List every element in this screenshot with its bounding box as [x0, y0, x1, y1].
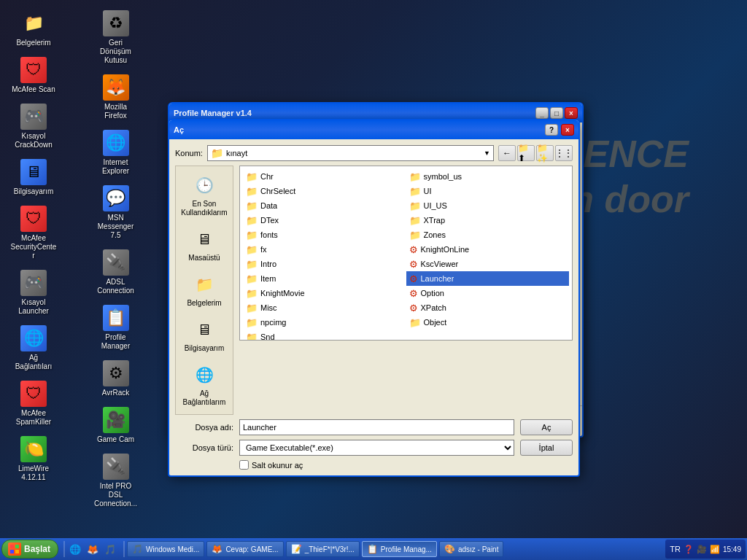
shortcut-network[interactable]: 🌐 Ağ Bağlantılarım — [179, 359, 230, 411]
file-name: Intro — [260, 260, 276, 268]
file-name: KnightOnLine — [421, 245, 470, 254]
file-item[interactable]: 📁Intro — [243, 257, 406, 271]
folder-icon: 📁 — [409, 186, 421, 197]
file-item[interactable]: 📁symbol_us — [406, 169, 570, 184]
nav-newfolder-button[interactable]: 📁✨ — [536, 145, 554, 161]
recent-icon: 🕒 — [193, 174, 216, 197]
pm-maximize-button[interactable]: □ — [550, 107, 563, 119]
folder-icon: 📁 — [211, 147, 223, 159]
taskbar-task-profile-manage[interactable]: 📋Profile Manag... — [362, 541, 437, 557]
file-name: symbol_us — [424, 172, 462, 181]
shortcut-computer[interactable]: 🖥 Bilgisayarım — [179, 314, 230, 357]
exe-icon: ⚙ — [409, 244, 418, 255]
file-item[interactable]: 📁Zones — [406, 228, 570, 242]
windows-logo-icon — [8, 542, 21, 556]
taskbar-task-cevap-game[interactable]: 🦊Cevap: GAME... — [206, 541, 283, 557]
open-dialog-title: Aç — [174, 125, 545, 134]
start-button[interactable]: Başlat — [1, 540, 58, 559]
quick-media-button[interactable]: 🎵 — [102, 541, 118, 557]
taskbar-divider-1 — [63, 541, 65, 557]
start-label: Başlat — [24, 544, 50, 554]
file-item[interactable]: 📁Misc — [243, 300, 406, 315]
file-item[interactable]: 📁KnightMovie — [243, 286, 406, 300]
file-item[interactable]: 📁Snd — [243, 330, 406, 341]
file-item[interactable]: 📁Chr — [243, 169, 406, 184]
filename-input[interactable] — [239, 419, 514, 435]
file-item[interactable]: 📁Object — [406, 315, 570, 330]
file-item[interactable]: 📁UI_US — [406, 198, 570, 213]
nav-up-button[interactable]: 📁⬆ — [517, 145, 535, 161]
task-icon: 🎨 — [444, 544, 455, 554]
file-item[interactable]: ⚙Launcher — [406, 271, 570, 286]
task-icon: 📝 — [291, 544, 302, 554]
nav-view-button[interactable]: ⋮⋮ — [555, 145, 573, 161]
file-item[interactable]: 📁npcimg — [243, 315, 406, 330]
file-list-area[interactable]: 📁Chr📁symbol_us📁ChrSelect📁UI📁Data📁UI_US📁D… — [239, 166, 573, 341]
readonly-row: Salt okunur aç — [239, 460, 573, 470]
taskbar-task-adsiz-paint[interactable]: 🎨adsız - Paint — [439, 541, 504, 557]
file-item[interactable]: ⚙XPatch — [406, 300, 570, 315]
taskbar-tasks: 🎵Windows Medi...🦊Cevap: GAME...📝_ThieF*|… — [127, 541, 665, 557]
recent-label: En Son Kullandıklarım — [181, 200, 227, 217]
dialog-main: 🕒 En Son Kullandıklarım 🖥 Masaüstü 📁 Bel… — [175, 166, 573, 415]
folder-icon: 📁 — [246, 244, 258, 255]
pm-close-button[interactable]: × — [565, 107, 578, 119]
tray-icons: TR — [670, 545, 681, 553]
filename-row: Dosya adı: Aç — [175, 419, 573, 435]
task-label: _ThieF*|*V3r!... — [305, 545, 355, 553]
file-item[interactable]: 📁UI — [406, 184, 570, 198]
file-name: KscViewer — [421, 260, 459, 268]
exe-icon: ⚙ — [409, 303, 418, 314]
file-item[interactable]: 📁Data — [243, 198, 406, 213]
shortcut-documents[interactable]: 📁 Belgelerim — [179, 268, 230, 312]
open-dialog-body: Konum: 📁 kınayt ▼ ← 📁⬆ 📁✨ ⋮⋮ — [169, 139, 578, 475]
file-item[interactable]: 📁XTrap — [406, 213, 570, 228]
folder-icon: 📁 — [246, 317, 258, 328]
desktop-shortcut-label: Masaüstü — [188, 254, 220, 262]
folder-icon: 📁 — [246, 215, 258, 226]
task-icon: 📋 — [367, 544, 378, 554]
task-label: Cevap: GAME... — [225, 545, 278, 553]
file-name: Option — [421, 289, 444, 298]
tray-network-icon: 📶 — [710, 545, 720, 554]
shortcuts-panel: 🕒 En Son Kullandıklarım 🖥 Masaüstü 📁 Bel… — [175, 166, 233, 415]
filetype-row: Dosya türü: Game Executable(*.exe) İptal — [175, 440, 573, 456]
readonly-checkbox[interactable] — [239, 460, 249, 470]
file-item[interactable]: ⚙Option — [406, 286, 570, 300]
folder-icon: 📁 — [246, 201, 258, 211]
file-item[interactable]: 📁fonts — [243, 228, 406, 242]
nav-back-button[interactable]: ← — [498, 145, 516, 161]
shortcut-recent[interactable]: 🕒 En Son Kullandıklarım — [179, 169, 230, 222]
file-item[interactable]: 📁Item — [243, 271, 406, 286]
file-item[interactable]: ⚙KnightOnLine — [406, 242, 570, 257]
pm-minimize-button[interactable]: _ — [535, 107, 549, 119]
open-dialog-help-button[interactable]: ? — [545, 124, 558, 136]
filetype-select[interactable]: Game Executable(*.exe) — [239, 440, 514, 456]
network-label: Ağ Bağlantılarım — [182, 389, 227, 407]
open-dialog-close-button[interactable]: × — [561, 124, 574, 136]
location-dropdown[interactable]: 📁 kınayt ▼ — [207, 145, 494, 161]
quick-firefox-button[interactable]: 🦊 — [85, 541, 101, 557]
file-name: Zones — [424, 230, 446, 239]
open-dialog: Aç ? × Konum: 📁 kınayt ▼ ← — [168, 119, 580, 477]
dialog-overlay: Profile Manager v1.4 _ □ × Profile Wizar… — [0, 0, 747, 560]
file-item[interactable]: 📁DTex — [243, 213, 406, 228]
file-item[interactable]: 📁fx — [243, 242, 406, 257]
file-item[interactable]: 📁ChrSelect — [243, 184, 406, 198]
taskbar-task-thief[interactable]: 📝_ThieF*|*V3r!... — [286, 541, 360, 557]
file-item[interactable]: ⚙KscViewer — [406, 257, 570, 271]
network-icon: 🌐 — [193, 363, 216, 386]
open-button[interactable]: Aç — [520, 419, 573, 435]
taskbar-task-windows-media[interactable]: 🎵Windows Medi... — [127, 541, 204, 557]
shortcut-desktop[interactable]: 🖥 Masaüstü — [179, 223, 230, 267]
svg-rect-2 — [10, 550, 14, 553]
folder-icon: 📁 — [246, 259, 258, 270]
help-icon: ❓ — [684, 545, 694, 554]
quick-browser-button[interactable]: 🌐 — [67, 541, 83, 557]
taskbar: Başlat 🌐 🦊 🎵 🎵Windows Medi...🦊Cevap: GAM… — [0, 538, 747, 560]
task-label: Profile Manag... — [381, 545, 432, 553]
task-icon: 🦊 — [212, 544, 222, 554]
cancel-button[interactable]: İptal — [520, 440, 573, 456]
desktop: CENCEOpen door 📁 Belgelerim 🛡 McAfee Sca… — [0, 0, 747, 560]
file-name: Object — [424, 318, 447, 327]
